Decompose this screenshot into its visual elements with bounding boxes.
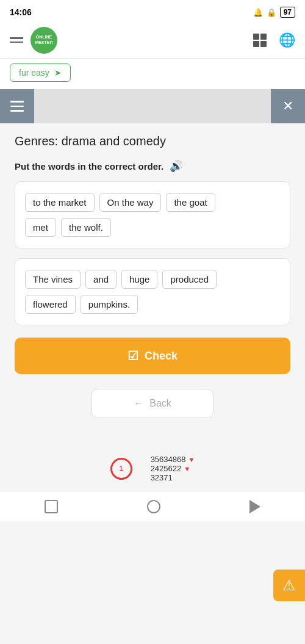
warning-icon: ⚠ bbox=[282, 577, 296, 594]
lock-icon: 🔒 bbox=[267, 8, 276, 17]
stat-num-row3: 32371 bbox=[151, 473, 173, 482]
nav-triangle-button[interactable] bbox=[249, 500, 260, 513]
device-bottom-bar bbox=[0, 491, 305, 521]
stat-circle-label: 1 bbox=[120, 465, 123, 472]
stat-num3: 32371 bbox=[151, 473, 173, 482]
battery-level: 97 bbox=[280, 7, 295, 18]
back-arrow-icon: ← bbox=[134, 398, 143, 409]
stat-arrow1: ▼ bbox=[188, 456, 195, 463]
word-chip[interactable]: produced bbox=[162, 270, 217, 289]
grid-icon[interactable] bbox=[253, 34, 267, 47]
sound-icon[interactable]: 🔊 bbox=[170, 159, 183, 173]
stat-arrow2: ▼ bbox=[184, 465, 190, 472]
app-logo: ONLINE МЕКТЕП bbox=[30, 27, 57, 54]
stat-numbers: 35634868 ▼ 2425622 ▼ 32371 bbox=[151, 455, 195, 482]
globe-icon[interactable]: 🌐 bbox=[279, 32, 295, 48]
check-label: Check bbox=[145, 350, 178, 363]
stat-num1: 35634868 bbox=[151, 455, 186, 464]
word-chip[interactable]: and bbox=[85, 270, 117, 289]
volume-icon: 🔔 bbox=[253, 8, 263, 17]
sentence2-row1: The vines and huge produced bbox=[25, 270, 280, 289]
fur-easy-button[interactable]: fur easy ➤ bbox=[10, 63, 71, 82]
sentence2-row2: flowered pumpkins. bbox=[25, 295, 280, 314]
back-label: Back bbox=[149, 398, 171, 409]
word-chip[interactable]: The vines bbox=[25, 270, 81, 289]
warning-button[interactable]: ⚠ bbox=[273, 570, 305, 601]
back-button[interactable]: ← Back bbox=[92, 389, 214, 418]
hamburger-line bbox=[10, 42, 23, 43]
nav-icons: 🌐 bbox=[253, 32, 295, 48]
sentence1-row1: to the market On the way the goat bbox=[25, 193, 280, 212]
exercise-header-bar: ✕ bbox=[0, 89, 305, 123]
word-chip[interactable]: On the way bbox=[99, 193, 162, 212]
task-label: Put the words in the correct order. 🔊 bbox=[15, 159, 290, 173]
status-time: 14:06 bbox=[10, 7, 32, 17]
word-chip[interactable]: pumpkins. bbox=[81, 295, 138, 314]
bottom-stats: 1 35634868 ▼ 2425622 ▼ 32371 bbox=[0, 446, 305, 491]
status-bar: 14:06 🔔 🔒 97 bbox=[0, 0, 305, 22]
stat-num-row1: 35634868 ▼ bbox=[151, 455, 195, 464]
check-button[interactable]: ☑ Check bbox=[15, 338, 290, 374]
sentence1-box: to the market On the way the goat met th… bbox=[15, 181, 290, 248]
nav-menu-icon[interactable] bbox=[10, 37, 23, 43]
stat-num-row2: 2425622 ▼ bbox=[151, 464, 191, 473]
hamburger-line bbox=[10, 37, 23, 39]
fur-easy-label: fur easy bbox=[19, 68, 49, 78]
arrow-icon: ➤ bbox=[54, 68, 62, 78]
word-chip[interactable]: the goat bbox=[166, 193, 215, 212]
check-icon: ☑ bbox=[127, 349, 138, 363]
content-area: Genres: drama and comedy Put the words i… bbox=[0, 123, 305, 446]
nav-circle-button[interactable] bbox=[147, 500, 160, 513]
stat-circle: 1 bbox=[110, 458, 132, 480]
genre-title: Genres: drama and comedy bbox=[15, 134, 290, 148]
top-button-area: fur easy ➤ bbox=[0, 59, 305, 89]
close-icon: ✕ bbox=[282, 98, 293, 114]
nav-square-button[interactable] bbox=[45, 500, 58, 513]
close-button[interactable]: ✕ bbox=[271, 89, 305, 123]
stat-num2: 2425622 bbox=[151, 464, 182, 473]
hamburger-button[interactable] bbox=[0, 89, 34, 123]
word-chip[interactable]: the wolf. bbox=[61, 218, 111, 237]
status-right: 🔔 🔒 97 bbox=[253, 7, 295, 18]
task-label-text: Put the words in the correct order. bbox=[15, 161, 163, 172]
word-chip[interactable]: to the market bbox=[25, 193, 95, 212]
word-chip[interactable]: flowered bbox=[25, 295, 76, 314]
word-chip[interactable]: huge bbox=[121, 270, 157, 289]
word-chip[interactable]: met bbox=[25, 218, 56, 237]
sentence2-box: The vines and huge produced flowered pum… bbox=[15, 258, 290, 325]
sentence1-row2: met the wolf. bbox=[25, 218, 280, 237]
nav-bar: ONLINE МЕКТЕП 🌐 bbox=[0, 22, 305, 59]
